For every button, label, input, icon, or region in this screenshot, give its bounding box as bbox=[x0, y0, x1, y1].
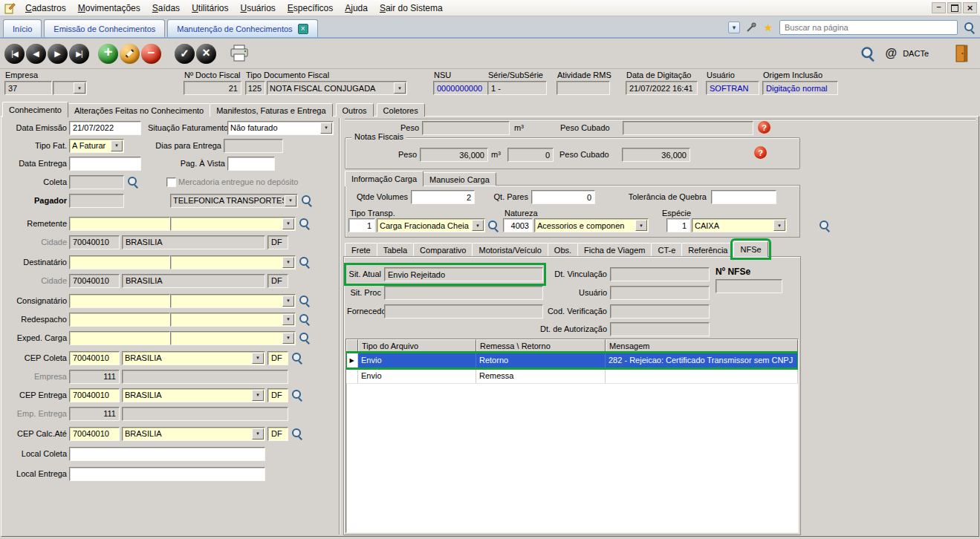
tipo-transp-lookup-button[interactable] bbox=[487, 219, 499, 232]
cep-coleta-cep-input[interactable]: 70040010 bbox=[69, 351, 120, 365]
especie-lookup-button[interactable] bbox=[818, 219, 831, 232]
cancel-button[interactable] bbox=[196, 44, 216, 64]
dropdown-button[interactable] bbox=[111, 140, 123, 151]
cep-coleta-uf[interactable]: DF bbox=[267, 351, 288, 365]
col-mensagem[interactable]: Mensagem bbox=[606, 339, 798, 353]
natureza-code[interactable]: 4003 bbox=[503, 218, 533, 232]
dropdown-button[interactable] bbox=[74, 82, 85, 94]
local-coleta-input[interactable] bbox=[69, 447, 265, 461]
exped-carga-code-input[interactable] bbox=[69, 331, 170, 345]
remetente-code-input[interactable] bbox=[69, 217, 170, 231]
redespacho-lookup-button[interactable] bbox=[298, 313, 311, 326]
tab-emissao-de-conhecimentos[interactable]: Emissão de Conhecimentos bbox=[44, 19, 165, 37]
tab-alteracoes[interactable]: Alterações Feitas no Conhecimento bbox=[68, 103, 210, 117]
mercadoria-checkbox[interactable] bbox=[166, 177, 176, 187]
email-at-icon[interactable]: @ bbox=[886, 47, 898, 60]
cep-entrega-lookup-button[interactable] bbox=[291, 388, 303, 402]
search-input[interactable] bbox=[779, 20, 958, 35]
restore-button[interactable] bbox=[947, 2, 961, 13]
close-button[interactable] bbox=[963, 2, 977, 13]
tab-outros[interactable]: Outros bbox=[336, 103, 374, 117]
col-remessa-retorno[interactable]: Remessa \ Retorno bbox=[476, 339, 606, 353]
tolerancia-quebra-input[interactable] bbox=[711, 190, 776, 204]
tab-manutencao-de-conhecimentos[interactable]: Manutenção de Conhecimentos bbox=[167, 19, 317, 37]
data-emissao-input[interactable]: 21/07/2022 bbox=[69, 121, 141, 135]
dropdown-button[interactable] bbox=[252, 390, 264, 401]
exped-carga-combo[interactable] bbox=[170, 331, 296, 345]
remetente-lookup-button[interactable] bbox=[298, 217, 311, 230]
consignatario-lookup-button[interactable] bbox=[298, 294, 311, 307]
dropdown-button[interactable] bbox=[394, 82, 406, 94]
consignatario-code-input[interactable] bbox=[69, 294, 170, 308]
tab-referencia[interactable]: Referência bbox=[681, 243, 734, 256]
expand-dropdown-icon[interactable] bbox=[728, 22, 740, 33]
destinatario-lookup-button[interactable] bbox=[298, 255, 311, 269]
dropdown-button[interactable] bbox=[773, 220, 785, 231]
search-icon[interactable] bbox=[963, 21, 976, 34]
tab-conhecimento[interactable]: Conhecimento bbox=[2, 102, 68, 117]
nav-next-button[interactable] bbox=[48, 44, 68, 64]
exped-carga-lookup-button[interactable] bbox=[298, 331, 311, 344]
tab-coletores[interactable]: Coletores bbox=[377, 103, 425, 117]
tab-inicio[interactable]: Início bbox=[3, 19, 42, 37]
tab-comparativo[interactable]: Comparativo bbox=[413, 243, 473, 256]
col-tipo-do-arquivo[interactable]: Tipo do Arquivo bbox=[358, 339, 476, 353]
destinatario-code-input[interactable] bbox=[69, 255, 170, 270]
redespacho-code-input[interactable] bbox=[69, 313, 170, 327]
local-entrega-input[interactable] bbox=[69, 467, 265, 481]
pagador-lookup-button[interactable] bbox=[300, 194, 313, 207]
menu-utilitarios[interactable]: Utilitários bbox=[186, 3, 234, 13]
dropdown-button[interactable] bbox=[282, 314, 294, 325]
minimize-button[interactable] bbox=[932, 2, 946, 13]
exit-door-icon[interactable] bbox=[955, 45, 968, 62]
help-icon[interactable] bbox=[758, 121, 770, 134]
cep-calc-ate-lookup-button[interactable] bbox=[291, 427, 303, 440]
menu-movimentacoes[interactable]: Movimentações bbox=[72, 3, 146, 13]
nav-first-button[interactable] bbox=[4, 44, 25, 64]
cep-calc-ate-cidade-combo[interactable]: BRASILIA bbox=[122, 427, 265, 441]
dropdown-button[interactable] bbox=[472, 220, 484, 231]
menu-especificos[interactable]: Específicos bbox=[282, 3, 339, 13]
destinatario-combo[interactable] bbox=[170, 255, 296, 270]
cep-calc-ate-cep-input[interactable]: 70040010 bbox=[69, 427, 120, 441]
confirm-button[interactable] bbox=[175, 44, 195, 64]
situacao-faturamento-combo[interactable]: Não faturado bbox=[227, 121, 334, 135]
dropdown-button[interactable] bbox=[285, 195, 296, 206]
coleta-lookup-button[interactable] bbox=[126, 175, 139, 189]
dropdown-button[interactable] bbox=[282, 333, 294, 344]
cep-entrega-cep-input[interactable]: 70040010 bbox=[69, 388, 120, 402]
tab-tabela[interactable]: Tabela bbox=[377, 243, 414, 256]
dropdown-button[interactable] bbox=[252, 353, 264, 364]
cep-entrega-uf[interactable]: DF bbox=[267, 388, 288, 402]
nav-previous-button[interactable] bbox=[26, 44, 46, 64]
natureza-combo[interactable]: Acessorios e componen bbox=[534, 218, 649, 232]
menu-ajuda[interactable]: Ajuda bbox=[339, 3, 374, 13]
dropdown-button[interactable] bbox=[282, 295, 294, 307]
consignatario-combo[interactable] bbox=[170, 294, 296, 308]
dropdown-button[interactable] bbox=[282, 218, 294, 229]
cep-coleta-lookup-button[interactable] bbox=[291, 351, 303, 365]
tipo-transp-combo[interactable]: Carga Fracionada Cheia bbox=[377, 218, 485, 232]
dacte-button[interactable]: DACTe bbox=[903, 49, 929, 58]
dropdown-button[interactable] bbox=[320, 122, 332, 134]
favorites-star-icon[interactable] bbox=[762, 22, 774, 33]
help-icon[interactable] bbox=[754, 146, 767, 159]
tab-nfse[interactable]: NFSe bbox=[733, 241, 768, 257]
menu-cadastros[interactable]: Cadastros bbox=[19, 3, 72, 13]
tab-informacao-carga[interactable]: Informação Carga bbox=[345, 171, 424, 186]
menu-usuarios[interactable]: Usuários bbox=[234, 3, 281, 13]
data-entrega-input[interactable] bbox=[69, 157, 141, 171]
qt-pares-input[interactable]: 0 bbox=[531, 190, 595, 204]
cep-entrega-cidade-combo[interactable]: BRASILIA bbox=[122, 388, 265, 402]
tab-motorista-veiculo[interactable]: Motorista/Veículo bbox=[472, 243, 548, 256]
dropdown-button[interactable] bbox=[635, 220, 647, 231]
menu-sair-do-sistema[interactable]: Sair do Sistema bbox=[374, 3, 449, 13]
cep-calc-ate-uf[interactable]: DF bbox=[267, 427, 288, 441]
unpin-icon[interactable] bbox=[745, 22, 757, 33]
tab-obs[interactable]: Obs. bbox=[548, 243, 578, 256]
nav-last-button[interactable] bbox=[69, 44, 89, 64]
menu-saidas[interactable]: Saídas bbox=[146, 3, 186, 13]
tipo-fat-combo[interactable]: A Faturar bbox=[69, 139, 124, 153]
zoom-icon[interactable] bbox=[859, 45, 874, 62]
edit-record-button[interactable] bbox=[120, 44, 140, 64]
